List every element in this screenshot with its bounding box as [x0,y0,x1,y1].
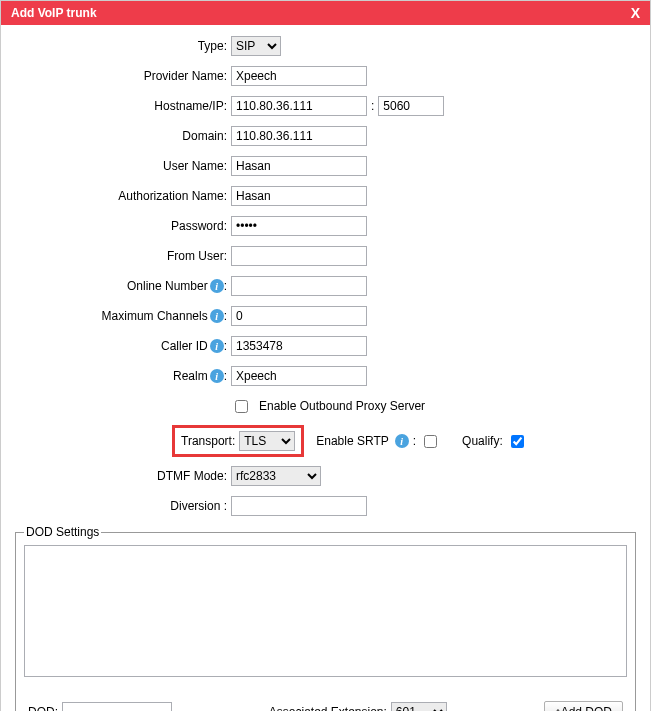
info-icon[interactable]: i [210,309,224,323]
row-from-user: From User: [15,245,636,267]
info-icon[interactable]: i [210,369,224,383]
dod-input[interactable] [62,702,172,711]
provider-name-input[interactable] [231,66,367,86]
srtp-checkbox[interactable] [424,435,437,448]
hostname-label: Hostname/IP: [15,99,231,113]
row-domain: Domain: [15,125,636,147]
caller-id-label: Caller ID [161,339,208,353]
dod-settings-fieldset: DOD Settings DOD: Associated Extension: … [15,525,636,711]
row-caller-id: Caller IDi [15,335,636,357]
realm-input[interactable] [231,366,367,386]
add-dod-button[interactable]: ↑Add DOD [544,701,623,711]
row-type: Type: SIP [15,35,636,57]
row-dtmf: DTMF Mode: rfc2833 [15,465,636,487]
row-max-channels: Maximum Channelsi [15,305,636,327]
type-label: Type: [15,39,231,53]
form-body: Type: SIP Provider Name: Hostname/IP: : … [1,25,650,517]
row-diversion: Diversion : [15,495,636,517]
close-icon[interactable]: X [631,5,640,21]
qualify-checkbox[interactable] [511,435,524,448]
port-input[interactable] [378,96,444,116]
titlebar: Add VoIP trunk X [1,1,650,25]
transport-label: Transport: [181,434,235,448]
provider-name-label: Provider Name: [15,69,231,83]
srtp-label: Enable SRTP [316,434,389,448]
domain-input[interactable] [231,126,367,146]
info-icon[interactable]: i [395,434,409,448]
caller-id-input[interactable] [231,336,367,356]
dialog-title: Add VoIP trunk [11,6,97,20]
password-input[interactable] [231,216,367,236]
proxy-label: Enable Outbound Proxy Server [259,399,425,413]
type-select[interactable]: SIP [231,36,281,56]
dod-legend: DOD Settings [24,525,101,539]
info-icon[interactable]: i [210,279,224,293]
from-user-label: From User: [15,249,231,263]
hostname-input[interactable] [231,96,367,116]
transport-highlight: Transport: TLS [172,425,304,457]
row-auth-name: Authorization Name: [15,185,636,207]
max-channels-input[interactable] [231,306,367,326]
row-hostname: Hostname/IP: : [15,95,636,117]
row-transport: Transport: TLS Enable SRTPi: Qualify: [15,425,636,457]
row-realm: Realmi [15,365,636,387]
dod-list[interactable] [24,545,627,677]
add-voip-trunk-dialog: Add VoIP trunk X Type: SIP Provider Name… [0,0,651,711]
port-separator: : [371,99,374,113]
online-number-input[interactable] [231,276,367,296]
dtmf-select[interactable]: rfc2833 [231,466,321,486]
proxy-checkbox[interactable] [235,400,248,413]
realm-label: Realm [173,369,208,383]
diversion-label: Diversion : [15,499,231,513]
password-label: Password: [15,219,231,233]
online-number-label: Online Number [127,279,208,293]
max-channels-label: Maximum Channels [102,309,208,323]
transport-select[interactable]: TLS [239,431,295,451]
domain-label: Domain: [15,129,231,143]
auth-name-label: Authorization Name: [15,189,231,203]
diversion-input[interactable] [231,496,367,516]
row-proxy: Enable Outbound Proxy Server [15,395,636,417]
user-name-label: User Name: [15,159,231,173]
from-user-input[interactable] [231,246,367,266]
assoc-ext-label: Associated Extension: [269,705,387,711]
row-password: Password: [15,215,636,237]
dtmf-label: DTMF Mode: [15,469,231,483]
auth-name-input[interactable] [231,186,367,206]
row-provider-name: Provider Name: [15,65,636,87]
assoc-ext-select[interactable]: 601 [391,702,447,711]
dod-label: DOD: [28,705,58,711]
row-user-name: User Name: [15,155,636,177]
qualify-label: Qualify: [462,434,503,448]
user-name-input[interactable] [231,156,367,176]
info-icon[interactable]: i [210,339,224,353]
row-online-number: Online Numberi [15,275,636,297]
